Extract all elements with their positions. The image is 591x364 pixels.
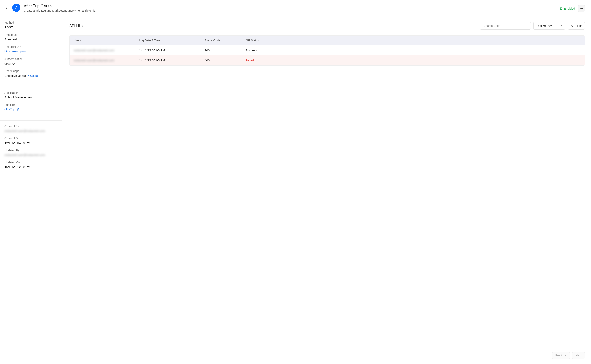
title-block: After Trip OAuth Create a Trip Log and M… (24, 4, 559, 12)
field-value: 15/12/23 12:08 PM (5, 165, 58, 169)
field-label: Method (5, 21, 58, 24)
external-link-icon (16, 108, 19, 111)
function-link[interactable]: afterTrip (5, 108, 19, 111)
field-label: User Scope (5, 69, 58, 73)
endpoint-url-link[interactable]: https://example-endpoint-url-placeholder (5, 50, 49, 53)
page-subtitle: Create a Trip Log and Mark Attendance wh… (24, 9, 559, 12)
cell-log-date: 14/12/23 05:06 PM (139, 49, 204, 52)
filter-icon (571, 24, 574, 27)
field-label: Authentication (5, 57, 58, 61)
svg-point-2 (581, 8, 582, 9)
field-updated-on: Updated On 15/12/23 12:08 PM (5, 161, 58, 169)
field-auth: Authentication OAuth2 (5, 57, 58, 65)
field-label: Response (5, 33, 58, 36)
table-header: Users Log Date & Time Status Code API St… (69, 36, 585, 45)
field-label: Updated By (5, 149, 58, 152)
cell-log-date: 14/12/23 05:05 PM (139, 59, 204, 62)
field-label: Endpoint URL (5, 45, 58, 48)
cell-status-code: 400 (204, 59, 245, 62)
filter-label: Filter (576, 24, 582, 27)
page-body: Method POST Response Standard Endpoint U… (0, 16, 591, 364)
field-label: Application (5, 91, 58, 94)
field-value: School Management (5, 96, 58, 99)
divider (0, 120, 62, 121)
users-count-link[interactable]: 4 Users (28, 74, 38, 78)
main-content: API Hits Last 60 Days Filter Users Log D… (62, 16, 591, 364)
table-row[interactable]: redacted-user@redacted.com14/12/23 05:06… (69, 45, 585, 55)
cell-status-code: 200 (204, 49, 245, 52)
field-scope: User Scope Selective Users 4 Users (5, 69, 58, 78)
field-value: OAuth2 (5, 62, 58, 65)
cell-api-status: Success (245, 49, 581, 52)
page-header: A After Trip OAuth Create a Trip Log and… (0, 0, 591, 16)
field-label: Created On (5, 137, 58, 140)
field-value: POST (5, 26, 58, 29)
cell-user: redacted-user@redacted.com (74, 59, 139, 62)
column-header-log-date: Log Date & Time (139, 39, 204, 42)
field-label: Created By (5, 125, 58, 128)
field-value: 12/12/23 04:09 PM (5, 141, 58, 145)
cell-api-status: Failed (245, 59, 581, 62)
column-header-status-code: Status Code (204, 39, 245, 42)
field-label: Function (5, 103, 58, 106)
field-created-by: Created By redacted-user@redacted.com (5, 125, 58, 133)
header-actions: Enabled (559, 5, 585, 12)
field-updated-by: Updated By redacted-user@redacted.com (5, 149, 58, 157)
check-circle-icon (559, 7, 563, 10)
svg-point-1 (580, 8, 581, 9)
column-header-users: Users (74, 39, 139, 42)
status-label: Enabled (564, 7, 575, 10)
field-created-on: Created On 12/12/23 04:09 PM (5, 137, 58, 145)
status-badge: Enabled (559, 7, 575, 10)
date-range-select[interactable]: Last 60 Days (533, 22, 565, 30)
field-label: Updated On (5, 161, 58, 164)
sidebar: Method POST Response Standard Endpoint U… (0, 16, 62, 364)
chevron-down-icon (559, 24, 562, 27)
dots-horizontal-icon (579, 6, 583, 10)
page-title: After Trip OAuth (24, 4, 559, 8)
field-value: Selective Users (5, 74, 26, 78)
column-header-api-status: API Status (245, 39, 581, 42)
field-value: redacted-user@redacted.com (5, 129, 58, 133)
svg-rect-4 (53, 51, 54, 52)
field-value: redacted-user@redacted.com (5, 153, 58, 157)
pager: Previous Next (552, 352, 585, 359)
avatar: A (12, 4, 20, 12)
main-title: API Hits (69, 24, 83, 28)
field-response: Response Standard (5, 33, 58, 41)
field-method: Method POST (5, 21, 58, 29)
arrow-left-icon (5, 6, 9, 10)
field-endpoint: Endpoint URL https://example-endpoint-ur… (5, 45, 58, 53)
cell-user: redacted-user@redacted.com (74, 49, 139, 52)
avatar-letter: A (15, 6, 18, 10)
filter-button[interactable]: Filter (568, 22, 585, 30)
more-actions-button[interactable] (578, 5, 585, 12)
next-button[interactable]: Next (572, 352, 585, 359)
date-range-label: Last 60 Days (536, 24, 553, 27)
back-button[interactable] (5, 6, 9, 10)
copy-url-button[interactable] (52, 50, 55, 53)
api-hits-table: Users Log Date & Time Status Code API St… (69, 35, 585, 65)
field-value: Standard (5, 38, 58, 41)
field-application: Application School Management (5, 91, 58, 99)
previous-button[interactable]: Previous (552, 352, 570, 359)
svg-point-3 (582, 8, 583, 9)
field-function: Function afterTrip (5, 103, 58, 111)
copy-icon (52, 50, 55, 53)
search-user-input[interactable] (480, 22, 531, 30)
table-row[interactable]: redacted-user@redacted.com14/12/23 05:05… (69, 55, 585, 65)
